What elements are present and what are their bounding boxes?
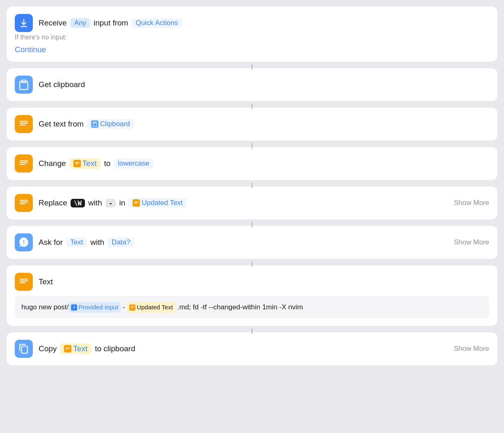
text-block-content: hugo new post/ Provided Input - Updated … xyxy=(15,296,489,318)
connector-4 xyxy=(7,182,497,188)
step-text-block[interactable]: Text hugo new post/ Provided Input - Upd… xyxy=(7,265,497,326)
receive-icon xyxy=(15,14,33,32)
text-icon4 xyxy=(15,273,33,291)
copy-show-more[interactable]: Show More xyxy=(454,345,489,353)
connector-3 xyxy=(7,143,497,149)
replace-show-more[interactable]: Show More xyxy=(454,199,489,207)
connector-7 xyxy=(7,328,497,334)
updated-text-token[interactable]: Updated Text xyxy=(127,302,175,313)
text-badge-icon xyxy=(73,160,81,167)
text-icon2 xyxy=(15,154,33,173)
updated-text-icon xyxy=(133,199,140,207)
step-get-clipboard[interactable]: Get clipboard xyxy=(7,68,497,101)
continue-button[interactable]: Continue xyxy=(15,45,46,54)
connector-5 xyxy=(7,222,497,228)
clipboard-badge[interactable]: Clipboard xyxy=(87,119,134,129)
clipboard-icon xyxy=(15,76,33,94)
step-replace[interactable]: Replace \W with - in Updated Text Show M… xyxy=(7,187,497,219)
text-icon3 xyxy=(15,194,33,212)
lowercase-badge[interactable]: lowercase xyxy=(114,159,153,168)
step-get-text[interactable]: Get text from Clipboard xyxy=(7,108,497,140)
connector-1 xyxy=(7,64,497,70)
copy-row: Copy Text to clipboard xyxy=(39,343,135,354)
provided-input-token-icon xyxy=(71,304,77,311)
regex-badge: \W xyxy=(71,199,85,207)
copy-text-icon xyxy=(64,345,71,352)
text-badge-change[interactable]: Text xyxy=(69,158,101,169)
connector-2 xyxy=(7,104,497,109)
copy-text-badge[interactable]: Text xyxy=(60,343,92,354)
updated-text-badge[interactable]: Updated Text xyxy=(128,198,187,208)
updated-text-token-icon xyxy=(129,304,135,311)
dash-badge: - xyxy=(105,199,116,207)
receive-text: Receive Any input from Quick Actions xyxy=(39,18,182,28)
copy-icon xyxy=(15,340,33,358)
replace-row: Replace \W with - in Updated Text xyxy=(39,198,187,208)
ask-icon xyxy=(15,233,33,251)
text-block-label: Text xyxy=(39,277,53,286)
no-input-label: If there's no input: xyxy=(15,34,489,41)
step-copy[interactable]: Copy Text to clipboard Show More xyxy=(7,332,497,365)
step-receive[interactable]: Receive Any input from Quick Actions If … xyxy=(7,7,497,62)
quick-actions-badge[interactable]: Quick Actions xyxy=(131,18,182,28)
get-clipboard-text: Get clipboard xyxy=(39,80,85,89)
connector-6 xyxy=(7,261,497,267)
clipboard-badge-icon xyxy=(91,120,99,128)
text-type-badge[interactable]: Text xyxy=(66,237,87,247)
get-text-row: Get text from Clipboard xyxy=(39,119,134,129)
any-badge[interactable]: Any xyxy=(70,18,90,28)
ask-for-row: Ask for Text with Data? xyxy=(39,237,134,247)
ask-show-more[interactable]: Show More xyxy=(454,238,489,246)
change-text-row: Change Text to lowercase xyxy=(39,158,153,169)
step-change-text[interactable]: Change Text to lowercase xyxy=(7,147,497,180)
step-ask-for[interactable]: Ask for Text with Data? Show More xyxy=(7,226,497,259)
provided-input-token[interactable]: Provided Input xyxy=(69,302,121,313)
data-badge[interactable]: Data? xyxy=(108,237,134,247)
text-icon xyxy=(15,115,33,133)
